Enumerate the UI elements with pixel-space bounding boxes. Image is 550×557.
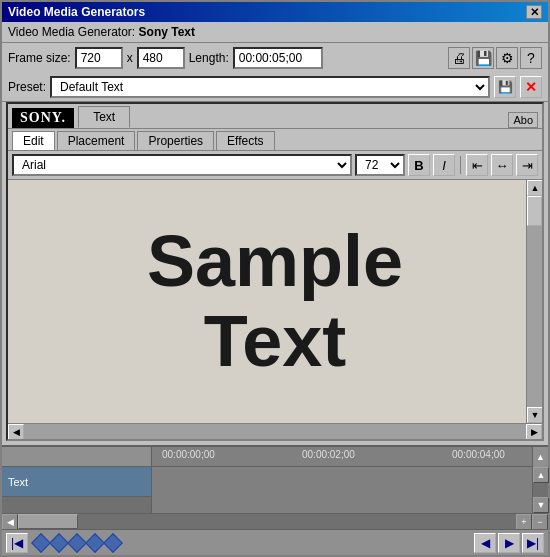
save-icon[interactable]: 💾 <box>472 47 494 69</box>
frame-width-input[interactable] <box>75 47 123 69</box>
text-tab[interactable]: Text <box>78 106 130 128</box>
window-title: Video Media Generators <box>8 5 145 19</box>
frame-size-label: Frame size: <box>8 51 71 65</box>
frame-x-separator: x <box>127 51 133 65</box>
preset-select[interactable]: Default Text <box>50 76 490 98</box>
tab-placement[interactable]: Placement <box>57 131 136 150</box>
abo-button[interactable]: Abo <box>508 112 538 128</box>
preset-row: Preset: Default Text 💾 ✕ <box>2 73 548 102</box>
bold-button[interactable]: B <box>408 154 430 176</box>
align-left-button[interactable]: ⇤ <box>466 154 488 176</box>
size-select[interactable]: 72 <box>355 154 405 176</box>
font-toolbar: Arial 72 B I ⇤ ↔ ⇥ <box>8 151 542 180</box>
hscroll-left-button[interactable]: ◀ <box>8 424 24 440</box>
ruler-tick-0: 00:00:00;00 <box>162 449 215 460</box>
sample-text-line2: Text <box>147 302 403 381</box>
scroll-up-button[interactable]: ▲ <box>527 180 542 196</box>
text-canvas[interactable]: Sample Text <box>8 180 542 423</box>
tvscroll-down[interactable]: ▼ <box>533 497 549 513</box>
hscroll-bottom: ◀ + − <box>2 513 548 529</box>
sony-tabs: SONY. Text Abo <box>8 104 542 129</box>
timeline-header: 00:00:00;00 00:00:02;00 00:00:04;00 ▲ <box>2 447 548 467</box>
main-window: Video Media Generators ✕ Video Media Gen… <box>0 0 550 557</box>
timeline-label-area <box>2 447 152 466</box>
bottom-panel: 00:00:00;00 00:00:02;00 00:00:04;00 ▲ Te… <box>2 445 548 555</box>
tvscroll-track[interactable] <box>533 483 548 497</box>
scroll-track[interactable] <box>527 196 542 407</box>
diamond-button-5[interactable] <box>103 533 123 553</box>
sub-tabs: Edit Placement Properties Effects <box>8 129 542 151</box>
go-start-button[interactable]: |◀ <box>6 533 28 553</box>
align-right-button[interactable]: ⇥ <box>516 154 538 176</box>
track-labels: Text <box>2 467 152 513</box>
preset-label: Preset: <box>8 80 46 94</box>
tab-effects[interactable]: Effects <box>216 131 274 150</box>
close-button[interactable]: ✕ <box>526 5 542 19</box>
track-area[interactable] <box>152 467 532 513</box>
next-frame-button[interactable]: ▶ <box>498 533 520 553</box>
ruler-tick-1: 00:00:02;00 <box>302 449 355 460</box>
scroll-down-button[interactable]: ▼ <box>527 407 542 423</box>
frame-height-input[interactable] <box>137 47 185 69</box>
hscroll-bottom-remove[interactable]: − <box>532 514 548 530</box>
timeline-scroll-up[interactable]: ▲ <box>532 447 548 467</box>
align-separator <box>460 156 461 174</box>
frame-row: Frame size: x Length: 🖨 💾 ⚙ ? <box>2 43 548 73</box>
bottom-toolbar: |◀ ◀ ▶ ▶| <box>2 529 548 555</box>
help-icon[interactable]: ? <box>520 47 542 69</box>
timeline-tracks: Text ▲ ▼ <box>2 467 548 513</box>
align-center-button[interactable]: ↔ <box>491 154 513 176</box>
length-input[interactable] <box>233 47 323 69</box>
tab-edit[interactable]: Edit <box>12 131 55 150</box>
preset-save-button[interactable]: 💾 <box>494 76 516 98</box>
hscroll-track[interactable] <box>24 424 526 439</box>
horizontal-scrollbar[interactable]: ◀ ▶ <box>8 423 542 439</box>
preset-close-button[interactable]: ✕ <box>520 76 542 98</box>
generator-label: Video Media Generator: <box>8 25 135 39</box>
ruler-tick-2: 00:00:04;00 <box>452 449 505 460</box>
main-content: Video Media Generator: Sony Text Frame s… <box>2 22 548 445</box>
header-toolbar: 🖨 💾 ⚙ ? <box>448 47 542 69</box>
generator-name: Sony Text <box>139 25 195 39</box>
hscroll-bottom-add[interactable]: + <box>516 514 532 530</box>
tab-properties[interactable]: Properties <box>137 131 214 150</box>
hscroll-bottom-left[interactable]: ◀ <box>2 514 18 530</box>
prev-frame-button[interactable]: ◀ <box>474 533 496 553</box>
sony-logo-tab[interactable]: SONY. <box>12 108 74 128</box>
timeline-vscroll[interactable]: ▲ ▼ <box>532 467 548 513</box>
tvscroll-up[interactable]: ▲ <box>533 467 549 483</box>
hscroll-right-button[interactable]: ▶ <box>526 424 542 440</box>
hscroll-bottom-track[interactable] <box>18 514 516 529</box>
go-end-button[interactable]: ▶| <box>522 533 544 553</box>
btm-right-controls: ◀ ▶ ▶| <box>474 533 544 553</box>
print-icon[interactable]: 🖨 <box>448 47 470 69</box>
scroll-thumb[interactable] <box>527 196 542 226</box>
timeline-ruler: 00:00:00;00 00:00:02;00 00:00:04;00 <box>152 447 532 466</box>
italic-button[interactable]: I <box>433 154 455 176</box>
title-bar: Video Media Generators ✕ <box>2 2 548 22</box>
track-label-text: Text <box>2 467 151 497</box>
hscroll-bottom-thumb[interactable] <box>18 514 78 529</box>
length-label: Length: <box>189 51 229 65</box>
diamond-buttons <box>34 536 120 550</box>
font-select[interactable]: Arial <box>12 154 352 176</box>
settings-icon[interactable]: ⚙ <box>496 47 518 69</box>
canvas-container: Sample Text ▲ ▼ <box>8 180 542 423</box>
sample-text: Sample Text <box>147 222 403 380</box>
sample-text-line1: Sample <box>147 222 403 301</box>
generator-header: Video Media Generator: Sony Text <box>2 22 548 43</box>
vertical-scrollbar[interactable]: ▲ ▼ <box>526 180 542 423</box>
generator-panel: SONY. Text Abo Edit Placement Properties… <box>6 102 544 441</box>
